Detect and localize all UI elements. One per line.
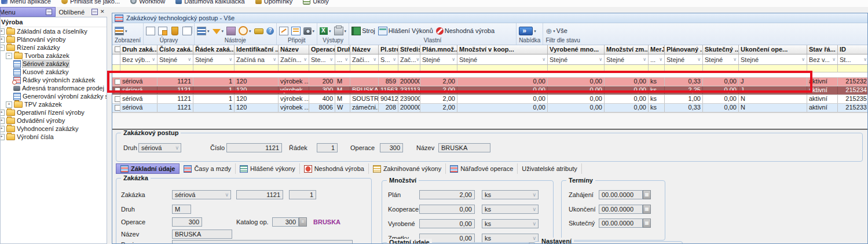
operace-field[interactable]: 300 [380, 143, 403, 152]
zmetky-unit-select[interactable]: ks∨ [482, 234, 539, 243]
column-header-vyroben-mno[interactable]: Vyrobené mno... [548, 45, 605, 54]
table-row-id-215233[interactable]: sériová11211120výrobek ...8006Wzámečni..… [112, 104, 867, 112]
sidebar-item-vyhodnocen-zak-zky[interactable]: +Vyhodnocení zakázky [0, 125, 107, 133]
sidebar-item-adresn-transformace-prodej[interactable]: Adresná transformace prodej [0, 84, 107, 92]
minimize-panel-icon[interactable]: — [91, 9, 98, 15]
plus-expander-icon[interactable]: + [0, 28, 5, 35]
sidebar-item-v-robn-sla[interactable]: +Výrobní čísla [0, 133, 107, 141]
tab-u-ivatelsk-atributy[interactable]: Uživatelské atributy [518, 163, 581, 174]
katalog-lookup-button[interactable]: ≡ [299, 217, 307, 227]
column-header-mno-stv-v-koop[interactable]: Množství v koop... [457, 45, 548, 54]
column-header-ukon-en-ope[interactable]: Ukončení ope... [739, 45, 807, 54]
column-header-druh[interactable]: Druh [335, 45, 350, 54]
sidebar-item-s-riov-zak-zky[interactable]: Sériové zakázky [0, 60, 107, 68]
sidebar-item-generov-n-v-robn-zak-zky-s[interactable]: Generování výrobní zakázky s [0, 92, 107, 100]
sidebar-item-z-kladn-data-a-seln-ky[interactable]: +Základní data a číselníky [0, 27, 107, 35]
row-select-cell[interactable] [112, 104, 120, 112]
sidebar-item-tpv-zak-zek[interactable]: +TPV zakázek [0, 100, 107, 108]
help-button[interactable] [266, 27, 274, 35]
neshodna-vyroba-button[interactable]: Neshodná výroba [436, 27, 495, 35]
column-header-n-zev[interactable]: Název [279, 45, 309, 54]
filter-dropdown-skute-n[interactable]: Stejné∨ [703, 54, 739, 64]
close-panel-icon[interactable]: ✕ [100, 9, 105, 14]
row-checkbox[interactable] [115, 79, 120, 85]
filter-button[interactable]: ▾ [213, 28, 224, 34]
filter-dropdown-st-edis[interactable]: Zač...∨ [398, 54, 420, 64]
minimize-panel-icon[interactable]: — [46, 9, 52, 15]
filter-dropdown-n-zev[interactable]: Zači...∨ [350, 54, 379, 64]
row-select-cell[interactable] [112, 95, 120, 103]
row-checkbox[interactable] [115, 96, 120, 102]
filter-dropdown-vyroben-mno[interactable]: Stejné∨ [548, 54, 605, 64]
sidebar-item-operativn-zen-v-roby[interactable]: +Operativní řízení výroby [0, 108, 107, 116]
minus-expander-icon[interactable]: − [6, 53, 12, 59]
plan-field[interactable]: 2,00 [419, 190, 475, 199]
column-header-skute-n[interactable]: Skutečný ... [703, 45, 739, 54]
popis-field[interactable] [172, 240, 353, 243]
sidebar-item-odv-d-n-v-roby[interactable]: +Odvádění výroby [0, 116, 107, 125]
attach-note-button[interactable] [279, 27, 288, 35]
hlaseni-vykonu-button[interactable]: Hlášení Výkonů [378, 27, 433, 35]
katalog-name-link[interactable]: BRUSKA [313, 218, 340, 225]
sidebar-tab-oblibene[interactable]: Oblíbené — ✕ [56, 7, 108, 17]
menubar-item-prihlasit[interactable]: Přihlásit se jako... [61, 0, 120, 5]
kooperace-unit-select[interactable]: ks∨ [482, 205, 539, 214]
plus-expander-icon[interactable]: + [6, 101, 12, 108]
calendar-icon[interactable]: ▦ [643, 205, 651, 214]
zakazka-druh-select[interactable]: sériová∨ [172, 190, 231, 199]
select-all-checkbox[interactable] [115, 46, 120, 52]
view-mode-button[interactable]: ▾ [115, 27, 127, 35]
new-record-button[interactable] [146, 27, 155, 35]
sidebar-item-zen-zak-zky[interactable]: −Řízení zakázky [0, 43, 107, 52]
plus-expander-icon[interactable]: + [0, 126, 5, 132]
filter-dropdown-ukon-en-ope[interactable]: Stejné∨ [739, 54, 807, 64]
column-header-st-edis[interactable]: Středis... [398, 45, 420, 54]
menubar-item-workflow[interactable]: Workflow [130, 0, 165, 5]
calendar-icon[interactable]: ▦ [643, 190, 651, 199]
filter-dropdown-mno-stv-v-koop[interactable]: Stejné∨ [457, 54, 548, 64]
plus-expander-icon[interactable]: + [0, 134, 5, 140]
vyrobene-unit-select[interactable]: ks∨ [482, 219, 539, 228]
operace-field[interactable]: 300 [172, 217, 202, 227]
menu-offer-button[interactable]: ▾ [519, 27, 536, 35]
filter-dropdown-pl-stroj[interactable]: S...∨ [379, 54, 398, 64]
row-checkbox[interactable] [115, 88, 120, 93]
menubar-item-upominky[interactable]: Upomínky [255, 0, 293, 5]
status-filter-button[interactable]: ⊕▾Vše [545, 27, 567, 35]
excel-export-button[interactable]: ▾ [320, 27, 331, 35]
sidebar-item-pl-nov-n-v-roby[interactable]: +Plánování výroby [0, 35, 107, 43]
column-header-n-zev[interactable]: Název [350, 45, 379, 54]
druh-select[interactable]: sériová∨ [138, 143, 181, 152]
stroj-button[interactable]: Stroj [351, 27, 375, 35]
edit-record-button[interactable] [158, 27, 167, 35]
table-row-id-215235[interactable]: sériová11211120výrobek ...400MSOUSTR...9… [112, 95, 867, 104]
rights-button[interactable] [254, 27, 263, 34]
tab-neshodn-v-roba[interactable]: Neshodná výroba [300, 163, 369, 174]
ukonceni-date-field[interactable]: 00.00.0000 [599, 205, 643, 214]
column-header-identifika-n[interactable]: Identifikační ... [235, 45, 279, 54]
row-select-cell[interactable] [112, 86, 120, 94]
filter-dropdown-identifika-n[interactable]: Začíná na∨ [235, 54, 279, 64]
vyrobene-field[interactable]: 0,00 [419, 219, 475, 228]
sidebar-item-tvorba-zak-zek[interactable]: −Tvorba zakázek [0, 52, 107, 60]
zakazka-radek-field[interactable]: 1 [289, 190, 316, 199]
plus-expander-icon[interactable]: + [0, 37, 5, 43]
filter-dropdown-druh[interactable]: ...∨ [335, 54, 350, 64]
column-header-id[interactable]: ID [838, 45, 868, 54]
column-header-select[interactable] [112, 45, 120, 54]
column-header-stav[interactable]: Stav řá... [807, 45, 838, 54]
nazev-field[interactable]: BRUSKA [172, 230, 232, 239]
radek-field[interactable]: 1 [317, 143, 338, 152]
column-header-mno-stv-zm[interactable]: Množství zm... [605, 45, 649, 54]
row-select-cell[interactable] [112, 78, 120, 86]
column-header-pl-stroj[interactable]: Pl.stroj [379, 45, 398, 54]
menubar-item-ukoly[interactable]: Úkoly [303, 0, 329, 5]
nazev-field[interactable]: BRUSKA [438, 143, 490, 152]
sidebar-item-kusov-zak-zky[interactable]: Kusové zakázky [0, 68, 107, 76]
tab-n-a-ov-operace[interactable]: Nářaďové operace [446, 163, 518, 174]
katalog-op-field[interactable]: 300 [272, 217, 299, 227]
tab-asy-a-mzdy[interactable]: Časy a mzdy [180, 163, 236, 174]
filter-dropdown-druh-zak[interactable]: Bez výb...∨ [120, 54, 158, 64]
tab-z-kladn-daje[interactable]: Základní údaje [116, 163, 180, 174]
zakazka-cislo-field[interactable]: 1121 [236, 190, 283, 199]
